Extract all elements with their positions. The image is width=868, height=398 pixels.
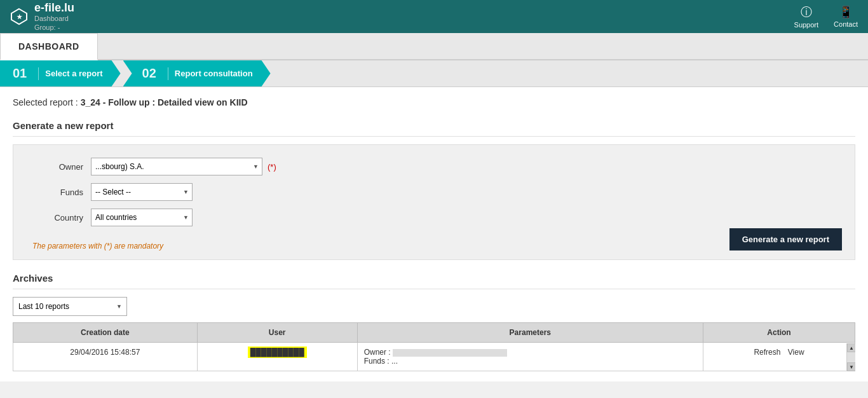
mandatory-note: The parameters with (*) are mandatory <box>32 242 163 250</box>
funds-select-wrapper: -- Select -- <box>91 183 193 201</box>
selected-report-info: Selected report : 3_24 - Follow up : Det… <box>13 97 855 107</box>
country-select-wrapper: All countries <box>91 209 193 226</box>
logo-area: ★ e-file.lu Dashboard Group: - <box>10 1 74 31</box>
cell-creation-date: 29/04/2016 15:48:57 <box>13 343 198 371</box>
required-mark: (*) <box>268 162 276 172</box>
funds-label: Funds <box>32 188 83 197</box>
tab-dashboard[interactable]: DASHBOARD <box>0 33 98 60</box>
owner-select-wrapper: ...sbourg) S.A. <box>91 158 262 175</box>
archives-filter: Last 10 reports Last 20 reports Last 50 … <box>13 297 855 316</box>
country-row: Country All countries <box>32 209 836 226</box>
archives-filter-select[interactable]: Last 10 reports Last 20 reports Last 50 … <box>13 297 127 316</box>
tab-bar: DASHBOARD <box>0 33 868 60</box>
step-2-number: 02 <box>142 66 156 81</box>
country-label: Country <box>32 213 83 223</box>
table-row: 29/04/2016 15:48:57 ██████████ Owner : F… <box>13 343 855 371</box>
scrollbar[interactable]: ▲ ▼ <box>846 343 855 371</box>
params-owner: Owner : <box>364 348 696 357</box>
col-parameters: Parameters <box>357 323 703 343</box>
owner-select[interactable]: ...sbourg) S.A. <box>91 158 262 175</box>
svg-text:★: ★ <box>17 13 23 20</box>
funds-row: Funds -- Select -- <box>32 183 836 201</box>
step-2-label: Report consultation <box>175 69 253 78</box>
logo-icon: ★ <box>10 8 28 25</box>
params-funds: Funds : ... <box>364 357 696 366</box>
selected-report-value: 3_24 - Follow up : Detailed view on KIID <box>81 97 248 107</box>
col-user: User <box>197 323 357 343</box>
owner-row: Owner ...sbourg) S.A. (*) <box>32 158 836 175</box>
cell-action: Refresh View <box>703 343 855 371</box>
step-1-label: Select a report <box>45 69 102 78</box>
step-divider-1 <box>38 67 39 80</box>
col-action: Action <box>703 323 855 343</box>
contact-button[interactable]: 📱 Contact <box>834 5 858 28</box>
generate-form-area: Owner ...sbourg) S.A. (*) Funds -- Selec… <box>13 144 855 260</box>
user-value: ██████████ <box>248 347 307 358</box>
cell-user: ██████████ <box>197 343 357 371</box>
scrollbar-up[interactable]: ▲ <box>847 343 855 352</box>
support-icon: ⓘ <box>801 4 812 20</box>
step-1: 01 Select a report <box>0 60 121 86</box>
archives-section: Archives Last 10 reports Last 20 reports… <box>13 273 855 371</box>
action-links: Refresh View <box>710 348 848 357</box>
country-select[interactable]: All countries <box>91 209 193 226</box>
generate-section-title: Generate a new report <box>13 120 855 137</box>
support-button[interactable]: ⓘ Support <box>794 4 819 29</box>
contact-icon: 📱 <box>839 5 853 19</box>
dashboard-group: Dashboard Group: - <box>34 15 74 31</box>
app-name: e-file.lu <box>34 1 74 15</box>
generate-report-button[interactable]: Generate a new report <box>729 228 842 250</box>
header-actions: ⓘ Support 📱 Contact <box>794 4 858 29</box>
step-divider-2 <box>168 67 168 80</box>
col-creation-date: Creation date <box>13 323 198 343</box>
archives-filter-wrapper: Last 10 reports Last 20 reports Last 50 … <box>13 297 127 316</box>
table-header-row: Creation date User Parameters Action <box>13 323 855 343</box>
app-header: ★ e-file.lu Dashboard Group: - ⓘ Support… <box>0 0 868 33</box>
owner-label: Owner <box>32 162 83 172</box>
step-1-number: 01 <box>13 66 27 81</box>
page-body: Selected report : 3_24 - Follow up : Det… <box>0 87 868 381</box>
archives-table-wrapper: Creation date User Parameters Action 29/… <box>13 322 855 371</box>
scrollbar-down[interactable]: ▼ <box>847 362 855 371</box>
view-link[interactable]: View <box>788 348 804 357</box>
steps-bar: 01 Select a report 02 Report consultatio… <box>0 60 868 87</box>
archives-title: Archives <box>13 273 855 289</box>
archives-table: Creation date User Parameters Action 29/… <box>13 322 855 371</box>
cell-parameters: Owner : Funds : ... <box>357 343 703 371</box>
funds-select[interactable]: -- Select -- <box>91 183 193 201</box>
refresh-link[interactable]: Refresh <box>754 348 780 357</box>
step-2: 02 Report consultation <box>123 60 271 86</box>
